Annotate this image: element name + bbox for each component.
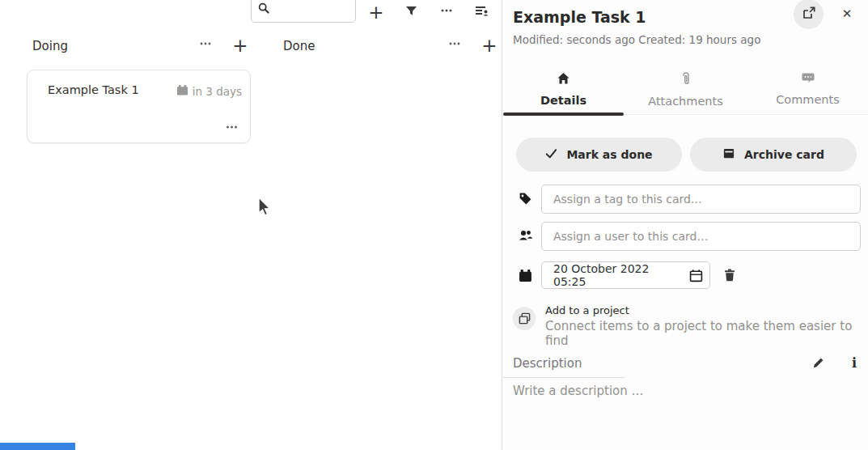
- sort-by-user-icon: [475, 4, 489, 20]
- tab-label: Attachments: [648, 95, 723, 108]
- archive-card-button[interactable]: Archive card: [690, 138, 857, 172]
- open-in-window-button[interactable]: [794, 0, 824, 29]
- card-due-label: in 3 days: [193, 85, 242, 98]
- column-title-done: Done: [283, 39, 315, 53]
- search-input-field[interactable]: [271, 1, 349, 22]
- checkmark-icon: [545, 148, 557, 162]
- assign-tag-input[interactable]: [541, 185, 861, 214]
- add-icon: +: [368, 3, 383, 22]
- search-input[interactable]: [251, 0, 356, 23]
- add-board-item-button[interactable]: +: [366, 2, 387, 23]
- home-icon: [557, 72, 570, 87]
- filter-icon: [405, 5, 417, 20]
- assign-user-input[interactable]: [541, 222, 861, 251]
- add-to-project-row[interactable]: Add to a project Connect items to a proj…: [513, 304, 868, 348]
- close-panel-button[interactable]: ✕: [836, 3, 857, 24]
- column-done-more-button[interactable]: [445, 36, 464, 55]
- users-icon: [519, 229, 532, 243]
- filter-button[interactable]: [400, 2, 421, 23]
- tag-icon: [519, 192, 532, 206]
- search-icon: [258, 2, 269, 17]
- tab-attachments[interactable]: Attachments: [625, 65, 747, 114]
- column-title-doing: Doing: [32, 39, 68, 53]
- bottom-accent-bar: [0, 443, 75, 450]
- card-more-button[interactable]: [222, 120, 240, 134]
- archive-card-label: Archive card: [744, 148, 824, 161]
- tab-label: Details: [540, 94, 586, 107]
- column-doing-more-button[interactable]: [196, 36, 215, 55]
- mark-as-done-button[interactable]: Mark as done: [516, 138, 682, 172]
- column-done-add-card-button[interactable]: +: [480, 36, 499, 55]
- tab-details[interactable]: Details: [502, 65, 625, 114]
- panel-tabs: Details Attachments Comments: [502, 65, 868, 115]
- card-due-date: in 3 days: [176, 84, 242, 99]
- sort-by-user-button[interactable]: [471, 2, 492, 23]
- description-label: Description: [503, 356, 625, 378]
- more-icon: [199, 37, 212, 53]
- trash-icon: [723, 268, 736, 285]
- archive-icon: [722, 147, 735, 162]
- due-date-field[interactable]: 20 October 2022 05:25: [541, 261, 710, 289]
- remove-due-date-button[interactable]: [719, 265, 740, 287]
- pencil-icon: [812, 356, 825, 369]
- card-title: Example Task 1: [48, 83, 139, 96]
- kanban-board: + Doing + Done + Example Task 1: [0, 0, 502, 450]
- paperclip-icon: [681, 72, 691, 88]
- due-date-value: 20 October 2022 05:25: [542, 262, 682, 288]
- mark-as-done-label: Mark as done: [566, 148, 652, 161]
- calendar-icon: [519, 269, 532, 282]
- comment-icon: [802, 72, 815, 87]
- task-card[interactable]: Example Task 1 in 3 days: [27, 70, 251, 143]
- card-detail-panel: Example Task 1 Modified: seconds ago Cre…: [502, 0, 868, 450]
- more-icon: [440, 4, 453, 20]
- more-icon: [225, 121, 239, 134]
- info-icon: i: [852, 355, 857, 371]
- add-to-project-subtitle: Connect items to a project to make them …: [545, 319, 868, 348]
- add-icon: +: [481, 36, 497, 55]
- mouse-cursor: [256, 196, 273, 222]
- close-icon: ✕: [842, 6, 853, 21]
- column-doing-add-card-button[interactable]: +: [231, 36, 250, 55]
- description-placeholder: Write a description …: [513, 384, 644, 398]
- panel-meta: Modified: seconds ago Created: 19 hours …: [513, 33, 760, 46]
- edit-description-button[interactable]: [810, 354, 828, 371]
- open-calendar-button[interactable]: [682, 262, 709, 288]
- tab-label: Comments: [776, 93, 840, 106]
- calendar-icon: [176, 84, 188, 99]
- add-icon: +: [232, 36, 248, 55]
- description-info-button[interactable]: i: [845, 354, 863, 371]
- tab-comments[interactable]: Comments: [747, 65, 868, 114]
- board-more-button[interactable]: [436, 2, 457, 23]
- project-icon: [513, 307, 536, 330]
- calendar-outline-icon: [689, 269, 703, 282]
- more-icon: [448, 37, 461, 53]
- external-link-icon: [802, 6, 815, 23]
- panel-title: Example Task 1: [513, 8, 646, 26]
- add-to-project-title: Add to a project: [545, 304, 868, 316]
